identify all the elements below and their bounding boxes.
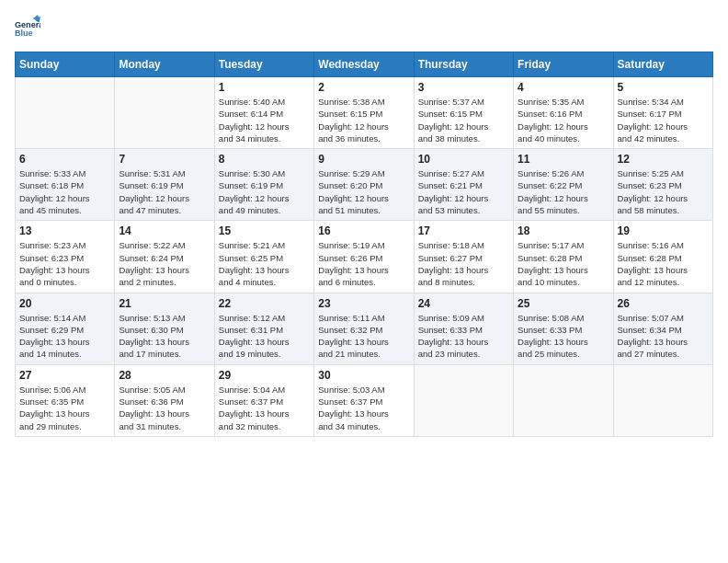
day-of-week-header: Sunday [16,52,115,77]
calendar-cell: 4Sunrise: 5:35 AM Sunset: 6:16 PM Daylig… [514,77,613,149]
day-info: Sunrise: 5:30 AM Sunset: 6:19 PM Dayligh… [219,167,310,216]
day-info: Sunrise: 5:38 AM Sunset: 6:15 PM Dayligh… [318,96,409,144]
day-number: 1 [219,81,310,94]
calendar-cell: 27Sunrise: 5:06 AM Sunset: 6:35 PM Dayli… [16,364,115,436]
day-info: Sunrise: 5:40 AM Sunset: 6:14 PM Dayligh… [219,96,310,144]
day-number: 25 [518,297,609,310]
day-number: 14 [119,224,210,237]
calendar-week-row: 27Sunrise: 5:06 AM Sunset: 6:35 PM Dayli… [16,364,713,436]
day-number: 17 [418,224,509,237]
day-number: 3 [418,81,509,94]
day-number: 21 [119,297,210,310]
day-of-week-header: Tuesday [214,52,313,77]
day-number: 7 [119,153,210,166]
day-of-week-header: Friday [514,52,613,77]
day-number: 24 [418,297,509,310]
calendar-cell: 26Sunrise: 5:07 AM Sunset: 6:34 PM Dayli… [613,293,712,364]
day-info: Sunrise: 5:04 AM Sunset: 6:37 PM Dayligh… [219,384,310,432]
day-info: Sunrise: 5:25 AM Sunset: 6:23 PM Dayligh… [618,167,709,216]
logo-icon: General Blue [15,15,40,40]
calendar-cell: 29Sunrise: 5:04 AM Sunset: 6:37 PM Dayli… [214,364,313,436]
day-info: Sunrise: 5:18 AM Sunset: 6:27 PM Dayligh… [418,239,509,288]
day-number: 16 [318,224,409,237]
calendar-cell: 18Sunrise: 5:17 AM Sunset: 6:28 PM Dayli… [514,221,613,293]
page-header: General Blue [15,15,713,40]
calendar-cell: 12Sunrise: 5:25 AM Sunset: 6:23 PM Dayli… [613,149,712,221]
calendar-cell: 21Sunrise: 5:13 AM Sunset: 6:30 PM Dayli… [115,293,214,364]
day-info: Sunrise: 5:35 AM Sunset: 6:16 PM Dayligh… [518,96,609,144]
day-number: 26 [618,297,709,310]
day-number: 11 [518,153,609,166]
day-of-week-header: Wednesday [314,52,414,77]
calendar-cell: 1Sunrise: 5:40 AM Sunset: 6:14 PM Daylig… [214,77,313,149]
day-info: Sunrise: 5:07 AM Sunset: 6:34 PM Dayligh… [618,312,709,361]
calendar-cell [16,77,115,149]
day-number: 15 [219,224,310,237]
calendar-week-row: 20Sunrise: 5:14 AM Sunset: 6:29 PM Dayli… [16,293,713,364]
day-number: 12 [618,153,709,166]
calendar-week-row: 13Sunrise: 5:23 AM Sunset: 6:23 PM Dayli… [16,221,713,293]
calendar-cell: 20Sunrise: 5:14 AM Sunset: 6:29 PM Dayli… [16,293,115,364]
day-info: Sunrise: 5:16 AM Sunset: 6:28 PM Dayligh… [618,239,709,288]
calendar-cell: 23Sunrise: 5:11 AM Sunset: 6:32 PM Dayli… [314,293,414,364]
day-number: 27 [19,369,110,382]
calendar-cell: 19Sunrise: 5:16 AM Sunset: 6:28 PM Dayli… [613,221,712,293]
calendar-cell: 9Sunrise: 5:29 AM Sunset: 6:20 PM Daylig… [314,149,414,221]
calendar-week-row: 1Sunrise: 5:40 AM Sunset: 6:14 PM Daylig… [16,77,713,149]
day-info: Sunrise: 5:19 AM Sunset: 6:26 PM Dayligh… [318,239,409,288]
day-info: Sunrise: 5:06 AM Sunset: 6:35 PM Dayligh… [19,384,110,432]
calendar-cell: 30Sunrise: 5:03 AM Sunset: 6:37 PM Dayli… [314,364,414,436]
calendar-cell: 28Sunrise: 5:05 AM Sunset: 6:36 PM Dayli… [115,364,214,436]
day-of-week-header: Thursday [414,52,513,77]
day-number: 8 [219,153,310,166]
calendar-week-row: 6Sunrise: 5:33 AM Sunset: 6:18 PM Daylig… [16,149,713,221]
day-info: Sunrise: 5:31 AM Sunset: 6:19 PM Dayligh… [119,167,210,216]
calendar-cell [414,364,513,436]
calendar-cell: 3Sunrise: 5:37 AM Sunset: 6:15 PM Daylig… [414,77,513,149]
calendar-cell: 7Sunrise: 5:31 AM Sunset: 6:19 PM Daylig… [115,149,214,221]
calendar-cell: 10Sunrise: 5:27 AM Sunset: 6:21 PM Dayli… [414,149,513,221]
day-number: 5 [618,81,709,94]
calendar-cell [514,364,613,436]
day-number: 6 [19,153,110,166]
day-info: Sunrise: 5:26 AM Sunset: 6:22 PM Dayligh… [518,167,609,216]
day-number: 22 [219,297,310,310]
day-number: 13 [19,224,110,237]
calendar-cell: 5Sunrise: 5:34 AM Sunset: 6:17 PM Daylig… [613,77,712,149]
calendar-cell [613,364,712,436]
svg-marker-3 [33,15,40,20]
day-info: Sunrise: 5:34 AM Sunset: 6:17 PM Dayligh… [618,96,709,144]
day-info: Sunrise: 5:37 AM Sunset: 6:15 PM Dayligh… [418,96,509,144]
day-number: 4 [518,81,609,94]
day-number: 2 [318,81,409,94]
day-info: Sunrise: 5:29 AM Sunset: 6:20 PM Dayligh… [318,167,409,216]
day-number: 23 [318,297,409,310]
day-info: Sunrise: 5:17 AM Sunset: 6:28 PM Dayligh… [518,239,609,288]
day-info: Sunrise: 5:21 AM Sunset: 6:25 PM Dayligh… [219,239,310,288]
calendar-cell: 6Sunrise: 5:33 AM Sunset: 6:18 PM Daylig… [16,149,115,221]
day-of-week-header: Monday [115,52,214,77]
calendar-cell: 11Sunrise: 5:26 AM Sunset: 6:22 PM Dayli… [514,149,613,221]
calendar-table: SundayMondayTuesdayWednesdayThursdayFrid… [15,52,713,437]
day-number: 30 [318,369,409,382]
day-info: Sunrise: 5:23 AM Sunset: 6:23 PM Dayligh… [19,239,110,288]
day-info: Sunrise: 5:05 AM Sunset: 6:36 PM Dayligh… [119,384,210,432]
day-number: 18 [518,224,609,237]
day-info: Sunrise: 5:14 AM Sunset: 6:29 PM Dayligh… [19,312,110,361]
calendar-cell: 15Sunrise: 5:21 AM Sunset: 6:25 PM Dayli… [214,221,313,293]
logo: General Blue [15,15,40,40]
calendar-cell [115,77,214,149]
day-info: Sunrise: 5:27 AM Sunset: 6:21 PM Dayligh… [418,167,509,216]
calendar-cell: 8Sunrise: 5:30 AM Sunset: 6:19 PM Daylig… [214,149,313,221]
calendar-cell: 17Sunrise: 5:18 AM Sunset: 6:27 PM Dayli… [414,221,513,293]
day-info: Sunrise: 5:22 AM Sunset: 6:24 PM Dayligh… [119,239,210,288]
day-number: 29 [219,369,310,382]
calendar-header-row: SundayMondayTuesdayWednesdayThursdayFrid… [16,52,713,77]
day-info: Sunrise: 5:09 AM Sunset: 6:33 PM Dayligh… [418,312,509,361]
day-info: Sunrise: 5:03 AM Sunset: 6:37 PM Dayligh… [318,384,409,432]
day-number: 20 [19,297,110,310]
calendar-cell: 2Sunrise: 5:38 AM Sunset: 6:15 PM Daylig… [314,77,414,149]
day-info: Sunrise: 5:08 AM Sunset: 6:33 PM Dayligh… [518,312,609,361]
day-number: 28 [119,369,210,382]
calendar-cell: 25Sunrise: 5:08 AM Sunset: 6:33 PM Dayli… [514,293,613,364]
